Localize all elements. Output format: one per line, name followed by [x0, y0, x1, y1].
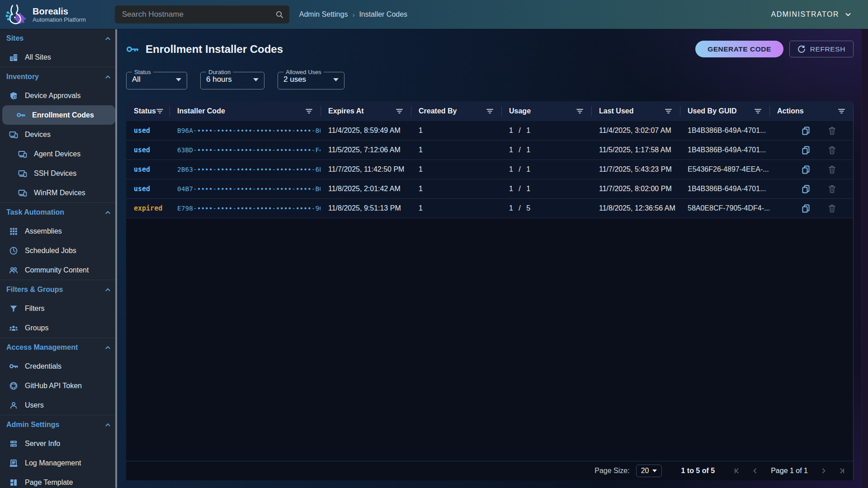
last-page-button[interactable]: [838, 467, 846, 475]
column-header-expires-at[interactable]: Expires At: [321, 101, 411, 121]
sidebar-item-enrollment-codes[interactable]: Enrollment Codes: [2, 105, 115, 125]
template-icon: [9, 478, 19, 487]
used-by-guid-cell: 1B4B386B-649A-4701...: [680, 121, 769, 140]
table-row[interactable]: expiredE798-••••-••••-••••-••••-••••-•••…: [126, 199, 853, 218]
delete-button[interactable]: [828, 204, 836, 213]
prev-page-button[interactable]: [751, 467, 759, 475]
sidebar-item-credentials[interactable]: Credentials: [0, 357, 118, 376]
select-label: Allowed Uses: [283, 69, 324, 75]
table-row[interactable]: used63BD-••••-••••-••••-••••-••••-••••-F…: [126, 141, 853, 160]
sidebar-item-winrm-devices[interactable]: WinRM Devices: [0, 183, 118, 202]
sidebar-section-sites: SitesAll Sites: [0, 29, 118, 67]
section-header-sites[interactable]: Sites: [0, 29, 118, 47]
sidebar-item-community-content[interactable]: Community Content: [0, 260, 118, 280]
page-size-select[interactable]: 20: [636, 465, 662, 477]
next-page-button[interactable]: [820, 467, 828, 475]
column-header-installer-code[interactable]: Installer Code: [170, 101, 321, 121]
installer-codes-table: StatusInstaller CodeExpires AtCreated By…: [126, 101, 854, 480]
status-select[interactable]: StatusAll: [126, 69, 187, 89]
breadcrumb-admin-settings[interactable]: Admin Settings: [299, 10, 348, 19]
section-header-admin-settings[interactable]: Admin Settings: [0, 415, 118, 434]
user-menu[interactable]: ADMINISTRATOR: [771, 10, 852, 19]
generate-code-button[interactable]: GENERATE CODE: [695, 41, 783, 57]
sidebar-item-label: Log Management: [25, 459, 81, 467]
section-header-access-management[interactable]: Access Management: [0, 338, 118, 357]
sidebar-item-scheduled-jobs[interactable]: Scheduled Jobs: [0, 241, 118, 260]
trash-icon: [828, 204, 836, 213]
sidebar-item-server-info[interactable]: Server Info: [0, 434, 118, 453]
key-icon: [126, 46, 139, 53]
copy-button[interactable]: [801, 126, 811, 136]
sidebar-item-ssh-devices[interactable]: SSH Devices: [0, 164, 118, 183]
copy-button[interactable]: [801, 165, 811, 174]
brand-name: Borealis: [33, 6, 86, 16]
brand-block: Borealis Automation Platform: [33, 6, 86, 23]
column-label: Expires At: [328, 107, 364, 115]
copy-button[interactable]: [801, 184, 811, 194]
sidebar-item-agent-devices[interactable]: Agent Devices: [0, 144, 118, 164]
column-header-used-by-guid[interactable]: Used By GUID: [680, 101, 769, 121]
sidebar-item-github-api-token[interactable]: GitHub API Token: [0, 376, 118, 395]
delete-button[interactable]: [828, 145, 836, 155]
filter-icon[interactable]: [754, 108, 762, 114]
table-row[interactable]: used04B7-••••-••••-••••-••••-••••-••••-B…: [126, 179, 853, 199]
column-header-last-used[interactable]: Last Used: [591, 101, 680, 121]
delete-button[interactable]: [828, 126, 836, 135]
borealis-rabbit-logo: [5, 3, 27, 26]
search-input[interactable]: [121, 9, 275, 19]
filter-icon[interactable]: [486, 108, 494, 114]
first-page-button[interactable]: [733, 467, 741, 475]
copy-button[interactable]: [801, 145, 811, 155]
table-row[interactable]: used2B63-••••-••••-••••-••••-••••-••••-6…: [126, 160, 853, 179]
delete-button[interactable]: [828, 184, 836, 193]
user-menu-label: ADMINISTRATOR: [771, 10, 839, 19]
sidebar-item-label: Agent Devices: [34, 150, 80, 158]
sidebar-item-log-management[interactable]: Log Management: [0, 453, 118, 473]
table-row[interactable]: usedB96A-••••-••••-••••-••••-••••-••••-8…: [126, 121, 853, 141]
sidebar-item-devices[interactable]: Devices: [0, 125, 118, 144]
copy-button[interactable]: [801, 204, 811, 213]
table-body: usedB96A-••••-••••-••••-••••-••••-••••-8…: [126, 121, 853, 218]
sidebar-section-inventory: InventoryDevice ApprovalsEnrollment Code…: [0, 67, 118, 202]
filter-icon[interactable]: [156, 108, 164, 114]
filter-icon[interactable]: [305, 108, 313, 114]
installer-code-cell: 63BD-••••-••••-••••-••••-••••-••••-F4E1: [170, 141, 321, 160]
sidebar-item-all-sites[interactable]: All Sites: [0, 47, 118, 67]
column-header-created-by[interactable]: Created By: [411, 101, 501, 121]
filter-icon[interactable]: [576, 108, 584, 114]
sidebar-item-assemblies[interactable]: Assemblies: [0, 221, 118, 241]
column-header-status[interactable]: Status: [126, 101, 170, 121]
chevron-up-icon: [104, 344, 111, 351]
section-label: Filters & Groups: [6, 286, 63, 294]
section-header-inventory[interactable]: Inventory: [0, 67, 118, 86]
sidebar-item-page-template[interactable]: Page Template: [0, 473, 118, 488]
section-header-filters-groups[interactable]: Filters & Groups: [0, 280, 118, 299]
sidebar-item-users[interactable]: Users: [0, 395, 118, 415]
filter-icon[interactable]: [665, 108, 672, 114]
filter-icon[interactable]: [396, 108, 403, 114]
breadcrumb-installer-codes[interactable]: Installer Codes: [359, 10, 407, 19]
sidebar-item-label: All Sites: [25, 53, 51, 61]
devices-icon: [18, 149, 28, 159]
select-label: Duration: [206, 69, 233, 75]
section-label: Inventory: [6, 73, 39, 81]
column-header-usage[interactable]: Usage: [501, 101, 591, 121]
vertical-scrollbar[interactable]: [861, 29, 868, 488]
chevron-left-icon: [751, 467, 759, 475]
refresh-button[interactable]: REFRESH: [789, 41, 854, 57]
sidebar-item-device-approvals[interactable]: Device Approvals: [0, 86, 118, 105]
sidebar-item-label: Page Template: [25, 479, 73, 487]
trash-icon: [828, 184, 836, 193]
filter-icon[interactable]: [838, 108, 845, 114]
allowed-uses-select[interactable]: Allowed Uses2 uses: [278, 69, 344, 89]
column-header-actions[interactable]: Actions: [769, 101, 853, 121]
delete-button[interactable]: [828, 165, 836, 174]
search-bar[interactable]: [115, 5, 289, 23]
sidebar-item-groups[interactable]: Groups: [0, 318, 118, 338]
last-used-cell: 11/7/2025, 5:43:23 PM: [591, 160, 680, 179]
sidebar-item-filters[interactable]: Filters: [0, 299, 118, 318]
section-header-task-automation[interactable]: Task Automation: [0, 203, 118, 221]
used-by-guid-cell: 58A0E8CF-7905-4DF4-...: [680, 199, 769, 218]
column-label: Actions: [777, 107, 804, 115]
duration-select[interactable]: Duration6 hours: [200, 69, 264, 89]
